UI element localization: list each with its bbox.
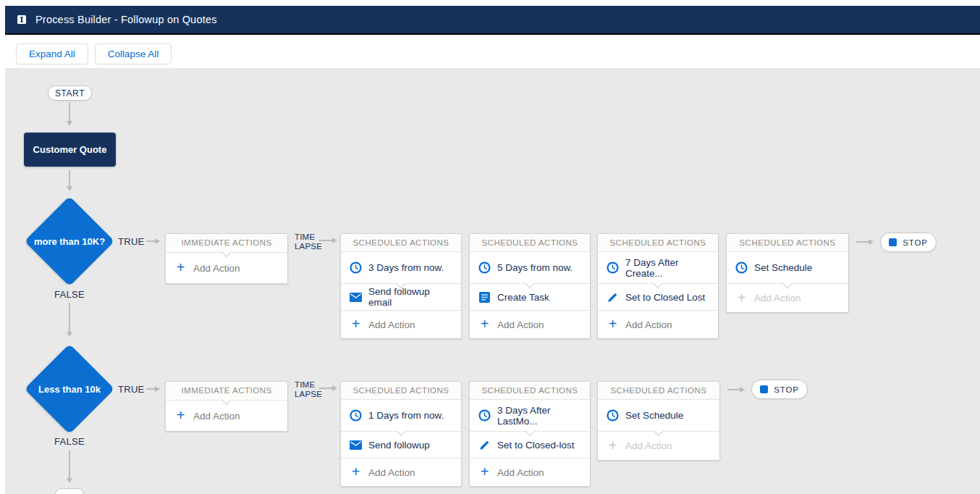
scheduled-actions-header: SCHEDULED ACTIONS	[470, 382, 590, 400]
plus-icon: +	[478, 317, 491, 331]
stop-node: STOP	[751, 380, 808, 399]
clock-icon	[350, 261, 362, 274]
immediate-actions-box: IMMEDIATE ACTIONS + Add Action	[165, 381, 288, 432]
separator	[341, 431, 461, 432]
scheduled-actions-box: SCHEDULED ACTIONS 3 Days After LastMo...…	[469, 381, 591, 487]
connector-arrow	[69, 451, 70, 481]
plus-icon: +	[174, 408, 187, 422]
separator	[470, 431, 590, 432]
stop-icon	[760, 385, 768, 393]
scheduled-actions-box: SCHEDULED ACTIONS 3 Days from now. Send …	[340, 233, 462, 339]
collapse-all-button[interactable]: Collapse All	[95, 43, 172, 64]
task-icon	[478, 292, 491, 303]
false-label: FALSE	[54, 289, 85, 300]
scheduled-actions-box: SCHEDULED ACTIONS 5 Days from now. Creat…	[469, 233, 591, 339]
plus-icon: +	[350, 464, 362, 479]
process-builder-icon	[17, 15, 26, 24]
pencil-icon	[607, 292, 619, 303]
scheduled-actions-box: SCHEDULED ACTIONS 7 Days After Create...…	[597, 233, 719, 339]
trigger-node[interactable]: Customer Quote	[24, 133, 116, 167]
separator	[598, 283, 718, 284]
plus-icon: +	[478, 464, 491, 479]
false-label: FALSE	[54, 436, 85, 447]
plus-icon: +	[607, 317, 619, 331]
email-icon	[350, 293, 362, 302]
connector-arrow	[69, 303, 70, 335]
scheduled-actions-header: SCHEDULED ACTIONS	[727, 234, 848, 252]
separator	[470, 283, 590, 284]
stop-icon	[889, 238, 897, 246]
stop-node: STOP	[880, 233, 937, 252]
clock-icon	[607, 409, 619, 422]
connector-arrow	[146, 388, 158, 390]
separator	[166, 252, 287, 253]
clock-icon	[478, 409, 491, 422]
time-lapse-label: TIMELAPSE	[295, 233, 322, 251]
add-action-button[interactable]: + Add Action	[341, 459, 461, 486]
add-action-button[interactable]: + Add Action	[166, 401, 287, 431]
scheduled-actions-box: SCHEDULED ACTIONS Set Schedule + Add Act…	[597, 381, 720, 461]
separator	[341, 310, 461, 311]
plus-icon: +	[607, 438, 619, 453]
start-node[interactable]: START	[48, 85, 92, 101]
process-canvas: START Customer Quote more than 10K? TRUE…	[5, 68, 980, 494]
criteria-diamond[interactable]: more than 10K?	[25, 196, 114, 286]
time-lapse-label: TIMELAPSE	[295, 380, 322, 399]
scheduled-actions-box: SCHEDULED ACTIONS 1 Days from now. Send …	[340, 381, 462, 487]
separator	[341, 458, 461, 459]
plus-icon: +	[735, 290, 748, 305]
page-title: Process Builder - Followup on Quotes	[35, 14, 217, 25]
clock-icon	[607, 261, 619, 274]
separator	[470, 310, 590, 311]
partial-node	[55, 488, 84, 494]
criteria-diamond[interactable]: Less than 10k	[25, 344, 114, 434]
plus-icon: +	[174, 260, 187, 275]
scheduled-actions-header: SCHEDULED ACTIONS	[470, 234, 590, 252]
add-action-button[interactable]: + Add Action	[598, 311, 718, 338]
email-icon	[350, 440, 362, 450]
toolbar: Expand All Collapse All	[16, 43, 172, 64]
connector-arrow	[727, 389, 743, 390]
separator	[598, 431, 719, 432]
scheduled-actions-header: SCHEDULED ACTIONS	[341, 234, 461, 252]
scheduled-actions-header: SCHEDULED ACTIONS	[598, 234, 718, 252]
expand-all-button[interactable]: Expand All	[16, 43, 88, 64]
clock-icon	[735, 261, 748, 274]
pencil-icon	[478, 440, 491, 451]
add-action-button[interactable]: + Add Action	[470, 311, 590, 338]
scheduled-actions-header: SCHEDULED ACTIONS	[598, 382, 719, 400]
separator	[341, 283, 461, 284]
separator	[166, 400, 287, 401]
connector-arrow	[856, 241, 871, 243]
connector-arrow	[319, 388, 335, 389]
process-builder-header: Process Builder - Followup on Quotes	[5, 6, 980, 35]
immediate-actions-box: IMMEDIATE ACTIONS + Add Action	[165, 233, 288, 284]
true-label: TRUE	[118, 384, 145, 395]
connector-arrow	[146, 240, 158, 242]
true-label: TRUE	[118, 236, 145, 247]
scheduled-actions-box: SCHEDULED ACTIONS Set Schedule + Add Act…	[726, 233, 849, 313]
connector-arrow	[69, 103, 70, 124]
add-action-button[interactable]: + Add Action	[166, 253, 287, 283]
separator	[598, 310, 718, 311]
clock-icon	[478, 261, 491, 274]
connector-arrow	[319, 240, 335, 241]
add-action-button[interactable]: + Add Action	[470, 459, 590, 486]
separator	[470, 458, 590, 459]
clock-icon	[350, 409, 362, 422]
plus-icon: +	[350, 317, 362, 331]
connector-arrow	[69, 170, 70, 189]
separator	[727, 283, 848, 284]
add-action-button[interactable]: + Add Action	[341, 311, 461, 338]
scheduled-actions-header: SCHEDULED ACTIONS	[341, 382, 461, 400]
